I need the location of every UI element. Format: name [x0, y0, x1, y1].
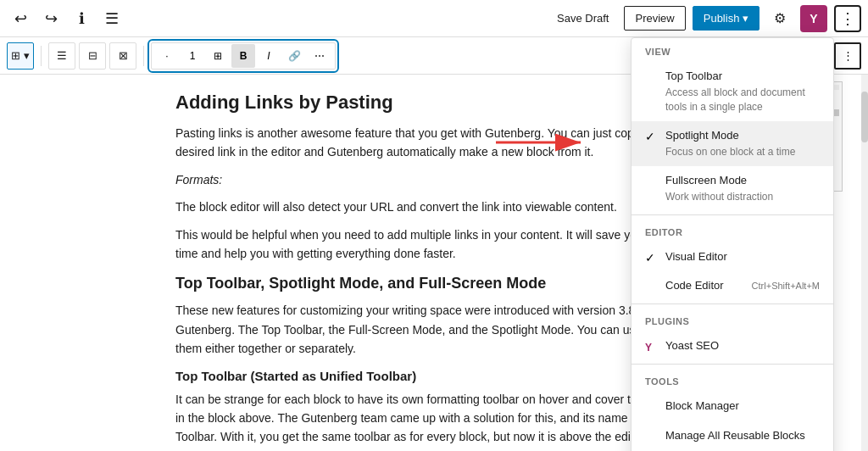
- plugins-section-title: Plugins: [632, 308, 833, 331]
- preview-button[interactable]: Preview: [624, 6, 685, 31]
- scroll-indicator[interactable]: [861, 75, 868, 451]
- inline-more-button[interactable]: ⋯: [308, 44, 331, 68]
- info-button[interactable]: ℹ: [68, 5, 95, 32]
- reusable-content: Manage All Reusable Blocks: [665, 428, 820, 443]
- editor-p5: It can be strange for each block to have…: [175, 390, 693, 451]
- undo-button[interactable]: ↩: [7, 5, 34, 32]
- editor-h2-title: Adding Links by Pasting: [175, 92, 693, 114]
- divider-1: [632, 214, 833, 215]
- redo-button[interactable]: ↪: [37, 5, 64, 32]
- inline-italic-button[interactable]: I: [257, 44, 281, 68]
- spotlight-check: ✓: [645, 130, 659, 143]
- inline-num-button[interactable]: 1: [181, 44, 204, 68]
- fullscreen-desc: Work without distraction: [665, 190, 820, 204]
- inline-link-button[interactable]: 🔗: [282, 44, 306, 68]
- view-section-title: View: [632, 38, 833, 62]
- block-manager-item[interactable]: Block Manager: [632, 392, 833, 420]
- editor-h3-title: Top Toolbar, Spotlight Mode, and Full-Sc…: [175, 275, 693, 292]
- spotlight-mode-item[interactable]: ✓ Spotlight Mode Focus on one block at a…: [632, 121, 833, 166]
- divider-3: [632, 364, 833, 365]
- toolbar-left: ↩ ↪ ℹ ☰: [7, 5, 548, 32]
- top-toolbar-label: Top Toolbar: [665, 69, 820, 84]
- editor-p2: The block editor will also detect your U…: [175, 198, 693, 216]
- top-toolbar: ↩ ↪ ℹ ☰ Save Draft Preview Publish ▾ ⚙ Y…: [0, 0, 868, 37]
- dropdown-menu: View Top Toolbar Access all block and do…: [631, 37, 834, 451]
- top-toolbar-desc: Access all block and document tools in a…: [665, 86, 820, 114]
- visual-editor-label: Visual Editor: [665, 249, 820, 264]
- inline-bullet-button[interactable]: ·: [155, 44, 179, 68]
- main-area: ● Adding Links by Pasting Pasting links …: [0, 75, 868, 451]
- align-wide-button[interactable]: ⊟: [79, 42, 106, 70]
- fullscreen-label: Fullscreen Mode: [665, 173, 820, 188]
- tools-section-title: Tools: [632, 368, 833, 392]
- more-small-button[interactable]: ⋮: [834, 42, 861, 70]
- publish-button[interactable]: Publish ▾: [693, 6, 760, 31]
- yoast-button[interactable]: Y: [800, 5, 827, 32]
- yoast-seo-item[interactable]: Y Yoast SEO: [632, 331, 833, 360]
- fullscreen-content: Fullscreen Mode Work without distraction: [665, 173, 820, 204]
- block-manager-label: Block Manager: [665, 398, 820, 414]
- spotlight-desc: Focus on one block at a time: [665, 145, 820, 159]
- visual-editor-check: ✓: [645, 251, 659, 264]
- code-editor-shortcut: Ctrl+Shift+Alt+M: [752, 281, 820, 291]
- editor-content: Adding Links by Pasting Pasting links is…: [159, 92, 709, 451]
- editor-h4-title: Top Toolbar (Started as Unified Toolbar): [175, 369, 693, 383]
- top-toolbar-item[interactable]: Top Toolbar Access all block and documen…: [632, 62, 833, 121]
- editor-p4: These new features for customizing your …: [175, 301, 693, 358]
- visual-editor-content: Visual Editor: [665, 249, 820, 264]
- code-editor-label: Code Editor: [665, 278, 745, 293]
- align-none-button[interactable]: ☰: [48, 42, 75, 70]
- list-button[interactable]: ☰: [98, 5, 125, 32]
- image-tool-button[interactable]: ⊞ ▾: [7, 42, 34, 70]
- editor-p3: This would be helpful when you need to a…: [175, 226, 693, 264]
- visual-editor-item[interactable]: ✓ Visual Editor: [632, 242, 833, 271]
- align-full-button[interactable]: ⊠: [109, 42, 136, 70]
- toolbar-right: Save Draft Preview Publish ▾ ⚙ Y ⋮: [548, 5, 861, 32]
- inline-indent-button[interactable]: ⊞: [206, 44, 230, 68]
- editor-p2-label: Formats:: [175, 170, 693, 189]
- reusable-blocks-item[interactable]: Manage All Reusable Blocks: [632, 421, 833, 450]
- divider-2: [632, 303, 833, 304]
- inline-toolbar: · 1 ⊞ B I 🔗 ⋯: [151, 42, 336, 70]
- spotlight-label: Spotlight Mode: [665, 128, 820, 143]
- code-editor-content: Code Editor: [665, 278, 745, 293]
- editor-section-title: Editor: [632, 219, 833, 242]
- block-manager-content: Block Manager: [665, 398, 820, 414]
- fullscreen-item[interactable]: Fullscreen Mode Work without distraction: [632, 166, 833, 211]
- inline-bold-button[interactable]: B: [231, 44, 255, 68]
- code-editor-item[interactable]: Code Editor Ctrl+Shift+Alt+M: [632, 271, 833, 300]
- save-draft-button[interactable]: Save Draft: [548, 7, 617, 30]
- spotlight-content: Spotlight Mode Focus on one block at a t…: [665, 128, 820, 159]
- yoast-label: Yoast SEO: [665, 338, 820, 354]
- settings-button[interactable]: ⚙: [766, 5, 793, 32]
- yoast-check: Y: [645, 340, 659, 354]
- reusable-label: Manage All Reusable Blocks: [665, 428, 820, 443]
- top-toolbar-content: Top Toolbar Access all block and documen…: [665, 69, 820, 114]
- editor-p1: Pasting links is another awesome feature…: [175, 124, 693, 162]
- more-options-button[interactable]: ⋮: [834, 5, 861, 32]
- yoast-content: Yoast SEO: [665, 338, 820, 354]
